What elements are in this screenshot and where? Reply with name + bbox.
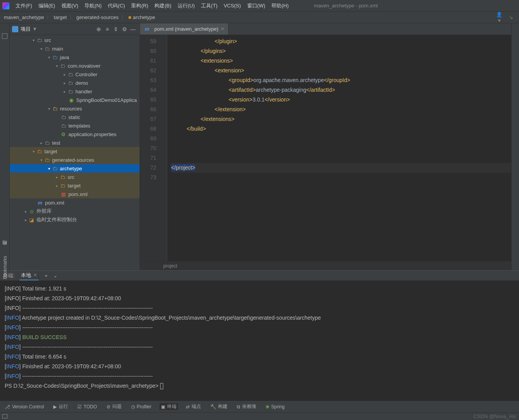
- code-content[interactable]: </plugin> </plugins> <extensions> <exten…: [167, 35, 511, 261]
- menu-code[interactable]: 代码(C): [105, 2, 128, 9]
- terminal-line: [INFO] Total time: 6.654 s: [5, 352, 514, 362]
- project-panel: 项目 ▼ ⊕ ≡ ⇕ ⚙ — ▾🗀src ▾🗀main ▾🗀java ▾🗀com…: [10, 23, 140, 270]
- editor-area: m pom.xml (maven_archetype) ✕ 5960616263…: [140, 23, 511, 270]
- fold-gutter[interactable]: [162, 35, 167, 261]
- close-icon[interactable]: ✕: [33, 273, 37, 278]
- tree-demo[interactable]: ▸🗀demo: [10, 79, 140, 87]
- chevron-right-icon: 〉: [69, 14, 74, 21]
- tree-app-class[interactable]: ◉SpringBootDemo01Applica: [10, 96, 140, 104]
- collapse-icon[interactable]: ⇕: [112, 26, 120, 32]
- folder-icon: ■: [128, 14, 131, 20]
- terminal-line: [INFO] Archetype project created in D:\2…: [5, 313, 514, 323]
- hide-icon[interactable]: —: [129, 26, 137, 32]
- project-tree[interactable]: ▾🗀src ▾🗀main ▾🗀java ▾🗀com.novalover ▸🗀Co…: [10, 35, 140, 270]
- terminal-icon: ▣: [161, 404, 165, 410]
- breadcrumb-archetype[interactable]: archetype: [133, 14, 155, 20]
- dropdown-icon[interactable]: ⌄: [53, 273, 58, 278]
- project-panel-title[interactable]: 项目: [21, 26, 31, 33]
- user-icon[interactable]: 👤▾: [495, 12, 503, 23]
- tree-archetype[interactable]: ▾🗀archetype: [10, 164, 140, 173]
- folder-icon: 🗀: [52, 166, 58, 172]
- tree-archetype-pom[interactable]: ▦pom.xml: [10, 190, 140, 198]
- tree-controller[interactable]: ▸🗀Controller: [10, 70, 140, 79]
- tree-test[interactable]: ▸🗀test: [10, 138, 140, 147]
- bottom-strip: [0, 412, 519, 420]
- package-icon: 🗀: [67, 89, 73, 94]
- status-profiler[interactable]: ◷Profiler: [129, 404, 153, 410]
- tree-root-pom[interactable]: mpom.xml: [10, 198, 140, 207]
- left-tool-strip: 项目: [0, 23, 10, 270]
- tree-package[interactable]: ▾🗀com.novalover: [10, 61, 140, 70]
- properties-icon: ⚙: [60, 131, 66, 137]
- folder-icon: 🗀: [36, 37, 42, 43]
- status-todo[interactable]: ☑TODO: [76, 404, 98, 410]
- maven-icon: m: [37, 200, 43, 206]
- status-spring[interactable]: ❀Spring: [264, 404, 287, 410]
- status-terminal[interactable]: ▣终端: [159, 403, 178, 410]
- menu-refactor[interactable]: 重构(R): [128, 2, 151, 9]
- terminal-line: [INFO] BUILD SUCCESS: [5, 332, 514, 342]
- menu-file[interactable]: 文件(F): [12, 2, 35, 9]
- folder-icon: 🗀: [44, 140, 50, 146]
- tree-static[interactable]: 🗀static: [10, 113, 140, 121]
- breadcrumb-gensrc[interactable]: generated-sources: [77, 14, 119, 20]
- play-icon: ▶: [53, 404, 57, 410]
- terminal-line: [INFO] Total time: 1.921 s: [5, 284, 514, 294]
- terminal-tab-local[interactable]: 本地 ✕: [19, 271, 39, 280]
- terminal-line: [INFO] ---------------------------------…: [5, 323, 514, 332]
- menu-tools[interactable]: 工具(T): [198, 2, 221, 9]
- tool-windows-icon[interactable]: [2, 414, 7, 418]
- terminal-prompt[interactable]: PS D:\2_Souce-Codes\SpringBoot_Projects\…: [5, 381, 514, 391]
- folder-icon: 🗀: [52, 54, 58, 60]
- tool-bookmarks-label[interactable]: Bookmarks: [2, 256, 8, 279]
- menu-navigate[interactable]: 导航(N): [81, 2, 105, 9]
- build-icon[interactable]: ↘: [507, 14, 515, 20]
- menu-build[interactable]: 构建(B): [151, 2, 174, 9]
- tree-archetype-target[interactable]: ▸🗀target: [10, 181, 140, 190]
- status-endpoints[interactable]: ⇄端点: [184, 403, 203, 410]
- locate-icon[interactable]: ⊕: [94, 26, 103, 32]
- menu-run[interactable]: 运行(U): [175, 2, 198, 9]
- tree-main[interactable]: ▾🗀main: [10, 44, 140, 53]
- status-deps[interactable]: ⧉依赖项: [235, 403, 258, 410]
- breadcrumb-target[interactable]: target: [54, 14, 66, 20]
- terminal-panel: 终端: 本地 ✕ ＋ ⌄ [INFO] Total time: 1.921 s …: [0, 270, 519, 401]
- editor-tab-pom[interactable]: m pom.xml (maven_archetype) ✕: [140, 23, 229, 35]
- spring-icon: ◉: [68, 97, 74, 103]
- tree-handler[interactable]: ▸🗀handler: [10, 87, 140, 96]
- editor-breadcrumb[interactable]: project: [140, 261, 511, 270]
- editor-tabs: m pom.xml (maven_archetype) ✕: [140, 23, 511, 35]
- tree-scratch[interactable]: ▸◪临时文件和控制台: [10, 215, 140, 224]
- add-terminal-icon[interactable]: ＋: [44, 272, 49, 279]
- menu-window[interactable]: 窗口(W): [244, 2, 269, 9]
- menu-vcs[interactable]: VCS(S): [220, 3, 244, 9]
- tree-src[interactable]: ▾🗀src: [10, 36, 140, 44]
- tree-templates[interactable]: 🗀templates: [10, 121, 140, 130]
- status-build[interactable]: 🔨构建: [209, 403, 229, 410]
- terminal-line: [INFO] Finished at: 2023-05-19T09:42:47+…: [5, 294, 514, 303]
- tool-project-icon[interactable]: [2, 33, 7, 39]
- code-editor[interactable]: 596061626364656667686970717273 </plugin>…: [140, 35, 511, 261]
- expand-icon[interactable]: ≡: [103, 26, 112, 32]
- close-icon[interactable]: ✕: [221, 26, 224, 32]
- breadcrumb-root[interactable]: maven_archetype: [4, 14, 44, 20]
- tree-resources[interactable]: ▾🗀resources: [10, 104, 140, 113]
- tree-generated-sources[interactable]: ▾🗀generated-sources: [10, 156, 140, 164]
- status-vcs[interactable]: ⎇Version Control: [3, 404, 45, 410]
- terminal-output[interactable]: [INFO] Total time: 1.921 s [INFO] Finish…: [0, 281, 519, 401]
- settings-icon[interactable]: ⚙: [120, 26, 129, 32]
- tree-target[interactable]: ▾🗀target: [10, 147, 140, 156]
- tree-ext-libs[interactable]: ▸⫼外部库: [10, 207, 140, 215]
- menu-help[interactable]: 帮助(H): [268, 2, 292, 9]
- menu-edit[interactable]: 编辑(E): [35, 2, 58, 9]
- menu-view[interactable]: 视图(V): [58, 2, 81, 9]
- tree-app-props[interactable]: ⚙application.properties: [10, 130, 140, 138]
- status-run[interactable]: ▶运行: [52, 403, 70, 410]
- tree-java[interactable]: ▾🗀java: [10, 53, 140, 61]
- status-problems[interactable]: ⊘问题: [105, 403, 123, 410]
- app-logo-icon: [2, 2, 9, 9]
- chevron-down-icon[interactable]: ▼: [32, 26, 37, 32]
- resources-icon: 🗀: [52, 106, 58, 112]
- folder-icon: 🗀: [59, 183, 66, 189]
- tree-archetype-src[interactable]: ▸🗀src: [10, 173, 140, 181]
